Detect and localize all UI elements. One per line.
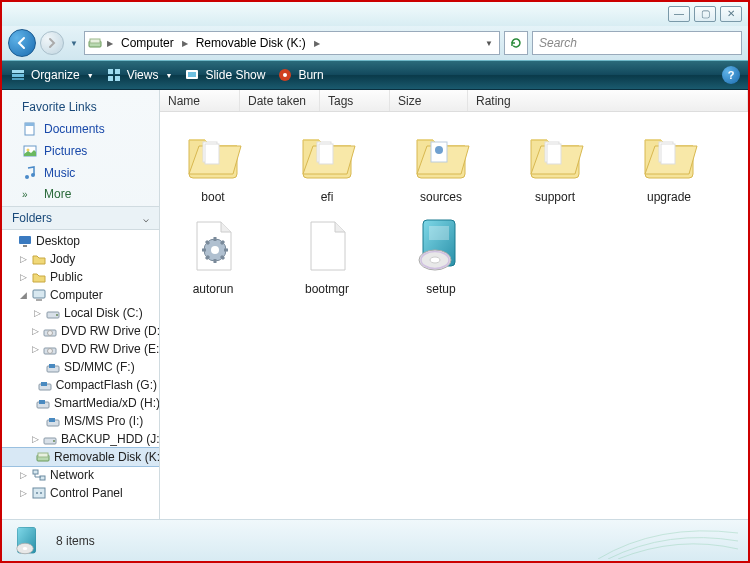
item-label: upgrade (647, 190, 691, 204)
column-size[interactable]: Size (390, 90, 468, 111)
folder-item[interactable]: efi (282, 122, 372, 204)
folder-item[interactable]: sources (396, 122, 486, 204)
favorite-music[interactable]: Music (12, 162, 159, 184)
tree-desktop[interactable]: Desktop (2, 232, 159, 250)
folder-icon (637, 122, 701, 186)
folder-item[interactable]: support (510, 122, 600, 204)
item-label: setup (426, 282, 455, 296)
tree-computer[interactable]: ◢ Computer (2, 286, 159, 304)
tree-drive[interactable]: SmartMedia/xD (H:) (2, 394, 159, 412)
svg-line-64 (206, 256, 209, 259)
details-pane: 8 items (2, 519, 748, 561)
tree-control-panel[interactable]: ▷ Control Panel (2, 484, 159, 502)
tree-drive[interactable]: ▷DVD RW Drive (E:) (2, 340, 159, 358)
chevron-right-icon: » (22, 189, 38, 200)
minimize-button[interactable]: — (668, 6, 690, 22)
svg-rect-53 (547, 144, 561, 164)
svg-point-28 (48, 349, 53, 354)
recent-pages-dropdown[interactable]: ▼ (68, 29, 80, 57)
search-input[interactable]: Search (532, 31, 742, 55)
folder-item[interactable]: boot (168, 122, 258, 204)
svg-rect-7 (108, 76, 113, 81)
status-item-count: 8 items (56, 534, 95, 548)
column-tags[interactable]: Tags (320, 90, 390, 111)
tree-label: Computer (50, 288, 103, 302)
inf-icon (181, 214, 245, 278)
items-view[interactable]: bootefisourcessupportupgradeautorunbootm… (160, 112, 748, 519)
svg-point-74 (23, 547, 28, 550)
burn-button[interactable]: Burn (277, 67, 323, 83)
network-icon (31, 467, 47, 483)
svg-point-45 (40, 492, 42, 494)
tree-drive[interactable]: MS/MS Pro (I:) (2, 412, 159, 430)
favorite-links-header: Favorite Links (12, 96, 159, 118)
breadcrumb-separator[interactable]: ▶ (180, 39, 190, 48)
breadcrumb-separator[interactable]: ▶ (105, 39, 115, 48)
item-label: autorun (193, 282, 234, 296)
column-date-taken[interactable]: Date taken (240, 90, 320, 111)
close-button[interactable]: ✕ (720, 6, 742, 22)
favorite-documents[interactable]: Documents (12, 118, 159, 140)
file-item[interactable]: setup (396, 214, 486, 296)
svg-line-65 (221, 241, 224, 244)
column-headers: Name Date taken Tags Size Rating (160, 90, 748, 112)
slideshow-label: Slide Show (205, 68, 265, 82)
slideshow-button[interactable]: Slide Show (184, 67, 265, 83)
navigation-pane: Favorite Links Documents Pictures Music … (2, 90, 160, 519)
file-item[interactable]: autorun (168, 214, 258, 296)
column-name[interactable]: Name (160, 90, 240, 111)
more-link[interactable]: » More (12, 184, 159, 204)
address-dropdown[interactable]: ▼ (481, 39, 497, 48)
tree-drive[interactable]: ▷Local Disk (C:) (2, 304, 159, 322)
setup-icon (409, 214, 473, 278)
organize-button[interactable]: Organize ▼ (10, 67, 94, 83)
breadcrumb-removable-disk[interactable]: Removable Disk (K:) (192, 32, 310, 54)
folder-icon (523, 122, 587, 186)
breadcrumb-separator[interactable]: ▶ (312, 39, 322, 48)
help-button[interactable]: ? (722, 66, 740, 84)
svg-rect-5 (108, 69, 113, 74)
refresh-icon (509, 36, 523, 50)
maximize-button[interactable]: ▢ (694, 6, 716, 22)
back-button[interactable] (8, 29, 36, 57)
slideshow-icon (184, 67, 200, 83)
tree-label: Network (50, 468, 94, 482)
tree-label: Public (50, 270, 83, 284)
favorite-pictures[interactable]: Pictures (12, 140, 159, 162)
tree-drive[interactable]: SD/MMC (F:) (2, 358, 159, 376)
tree-drive[interactable]: ▷DVD RW Drive (D:) (2, 322, 159, 340)
svg-rect-8 (115, 76, 120, 81)
svg-rect-14 (25, 123, 34, 126)
tree-public[interactable]: ▷ Public (2, 268, 159, 286)
svg-point-38 (53, 440, 55, 442)
tree-label: DVD RW Drive (E:) (61, 342, 159, 356)
tree-drive[interactable]: Removable Disk (K:) (2, 448, 159, 466)
computer-icon (31, 287, 47, 303)
folders-header[interactable]: Folders ⌵ (2, 206, 159, 229)
forward-button[interactable] (40, 31, 64, 55)
column-rating[interactable]: Rating (468, 90, 748, 111)
folder-item[interactable]: upgrade (624, 122, 714, 204)
favorite-label: Pictures (44, 144, 87, 158)
refresh-button[interactable] (504, 31, 528, 55)
breadcrumb-computer[interactable]: Computer (117, 32, 178, 54)
svg-rect-1 (90, 39, 100, 43)
more-label: More (44, 187, 71, 201)
svg-rect-3 (12, 74, 24, 77)
tree-label: Control Panel (50, 486, 123, 500)
views-button[interactable]: Views ▼ (106, 67, 173, 83)
content-pane: Name Date taken Tags Size Rating bootefi… (160, 90, 748, 519)
tree-user[interactable]: ▷ Jody (2, 250, 159, 268)
svg-rect-19 (19, 236, 31, 244)
folder-icon (181, 122, 245, 186)
tree-network[interactable]: ▷ Network (2, 466, 159, 484)
address-bar[interactable]: ▶ Computer ▶ Removable Disk (K:) ▶ ▼ (84, 31, 500, 55)
tree-drive[interactable]: ▷BACKUP_HDD (J:) (2, 430, 159, 448)
svg-rect-20 (23, 245, 27, 247)
drive-icon (45, 305, 61, 321)
file-item[interactable]: bootmgr (282, 214, 372, 296)
svg-rect-32 (41, 382, 47, 386)
favorite-links-section: Favorite Links Documents Pictures Music … (2, 90, 159, 206)
tree-drive[interactable]: CompactFlash (G:) (2, 376, 159, 394)
svg-line-62 (206, 241, 209, 244)
